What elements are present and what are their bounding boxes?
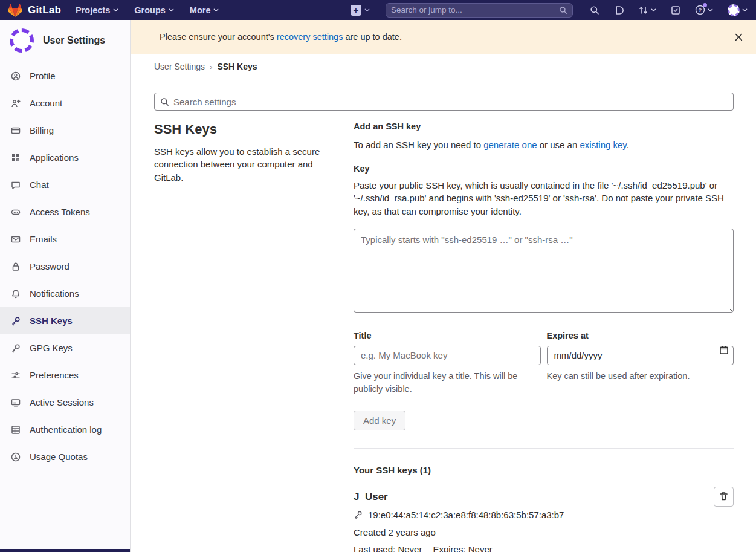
settings-sidebar: User Settings Profile Account Billing Ap… <box>0 20 131 552</box>
sidebar-item-account[interactable]: Account <box>0 89 130 117</box>
profile-icon <box>11 71 21 81</box>
merge-requests-dropdown[interactable] <box>638 5 656 15</box>
nav-more[interactable]: More <box>190 5 219 15</box>
calendar-icon[interactable] <box>720 346 728 354</box>
add-key-button[interactable]: Add key <box>354 411 405 430</box>
alert-dismiss-button[interactable] <box>732 31 745 44</box>
help-dropdown[interactable]: ? <box>695 5 713 15</box>
todos-button[interactable] <box>671 5 680 15</box>
sidebar-item-notifications[interactable]: Notifications <box>0 280 130 307</box>
billing-icon <box>11 126 21 135</box>
access-tokens-icon <box>11 207 21 217</box>
sidebar-item-active-sessions[interactable]: Active Sessions <box>0 389 130 416</box>
search-button[interactable] <box>590 5 599 15</box>
chevron-down-icon <box>364 7 370 13</box>
chevron-down-icon <box>213 7 219 13</box>
trash-icon <box>719 492 728 501</box>
ssh-key-fingerprint: 19:e0:44:a5:14:c2:3a:e8:f8:48:8b:63:5b:5… <box>368 510 564 520</box>
search-icon <box>559 6 567 15</box>
sidebar-item-billing[interactable]: Billing <box>0 117 130 144</box>
plus-icon: + <box>351 5 361 16</box>
sidebar-item-chat[interactable]: Chat <box>0 171 130 198</box>
chevron-down-icon <box>742 7 748 13</box>
ssh-key-expires: Expires: Never <box>433 544 492 552</box>
expires-help-text: Key can still be used after expiration. <box>547 370 734 383</box>
sidebar-item-ssh-keys[interactable]: SSH Keys <box>0 307 130 334</box>
merge-request-icon <box>638 5 648 15</box>
settings-search-box[interactable] <box>154 93 734 111</box>
authentication-log-icon <box>11 425 21 435</box>
expires-at-label: Expires at <box>547 331 734 340</box>
your-ssh-keys-heading: Your SSH keys (1) <box>354 465 734 475</box>
breadcrumb-user-settings[interactable]: User Settings <box>154 62 205 71</box>
usage-quotas-icon <box>11 452 21 462</box>
sidebar-item-label: Authentication log <box>30 424 102 435</box>
title-input[interactable] <box>354 346 541 365</box>
intro-text: . <box>627 140 629 150</box>
key-label: Key <box>354 164 734 174</box>
delete-key-button[interactable] <box>714 487 734 507</box>
breadcrumb-separator: › <box>210 62 212 71</box>
ssh-key-textarea[interactable] <box>354 229 734 313</box>
sidebar-item-label: GPG Keys <box>30 343 73 353</box>
sidebar-title: User Settings <box>43 35 105 46</box>
sidebar-item-label: SSH Keys <box>30 316 73 326</box>
sidebar-item-usage-quotas[interactable]: Usage Quotas <box>0 443 130 470</box>
issues-button[interactable] <box>614 5 624 15</box>
emails-icon <box>11 235 21 244</box>
sidebar-item-gpg-keys[interactable]: GPG Keys <box>0 334 130 362</box>
sidebar-item-access-tokens[interactable]: Access Tokens <box>0 198 130 226</box>
sidebar-item-label: Billing <box>30 125 54 135</box>
sidebar-header: User Settings <box>0 20 130 62</box>
global-search-box[interactable] <box>386 3 573 18</box>
sidebar-item-label: Password <box>30 261 69 271</box>
sidebar-item-password[interactable]: Password <box>0 253 130 280</box>
sidebar-item-emails[interactable]: Emails <box>0 226 130 253</box>
title-help-text: Give your individual key a title. This w… <box>354 370 541 395</box>
sidebar-item-label: Chat <box>30 180 49 190</box>
add-key-intro: To add an SSH key you need to generate o… <box>354 140 734 150</box>
intro-text: or use an <box>537 140 580 150</box>
sidebar-item-applications[interactable]: Applications <box>0 144 130 171</box>
nav-groups-label: Groups <box>134 5 166 15</box>
applications-icon <box>11 153 21 163</box>
ssh-key-form-column: Add an SSH key To add an SSH key you nee… <box>354 122 734 552</box>
settings-search-input[interactable] <box>173 97 728 107</box>
global-search-input[interactable] <box>391 5 559 15</box>
main-content: Please ensure your account's recovery se… <box>131 20 756 552</box>
sidebar-item-preferences[interactable]: Preferences <box>0 362 130 389</box>
avatar <box>10 28 34 53</box>
sidebar-item-label: Preferences <box>30 370 79 380</box>
nav-projects[interactable]: Projects <box>76 5 118 15</box>
nav-projects-label: Projects <box>76 5 110 15</box>
chevron-down-icon <box>169 7 174 13</box>
sidebar-item-label: Notifications <box>30 288 79 299</box>
chevron-down-icon <box>113 7 118 13</box>
account-icon <box>11 99 21 108</box>
brand-name: GitLab <box>28 4 61 16</box>
sidebar-item-label: Access Tokens <box>30 207 90 217</box>
active-sessions-icon <box>11 398 21 408</box>
avatar <box>728 4 740 16</box>
todo-icon <box>671 5 680 15</box>
expires-at-input[interactable] <box>547 346 734 365</box>
sidebar-item-profile[interactable]: Profile <box>0 62 130 89</box>
search-icon <box>160 97 169 106</box>
alert-text: are up to date. <box>343 32 402 42</box>
nav-groups[interactable]: Groups <box>134 5 174 15</box>
chevron-down-icon <box>708 7 713 13</box>
recovery-settings-link[interactable]: recovery settings <box>277 32 343 42</box>
sidebar-item-authentication-log[interactable]: Authentication log <box>0 416 130 443</box>
user-menu-dropdown[interactable] <box>728 4 748 16</box>
ssh-key-title[interactable]: J_User <box>354 491 697 503</box>
search-icon <box>590 5 599 15</box>
section-intro: SSH Keys SSH keys allow you to establish… <box>154 122 329 552</box>
chat-icon <box>11 180 21 190</box>
generate-one-link[interactable]: generate one <box>483 140 537 150</box>
add-ssh-key-heading: Add an SSH key <box>354 122 734 131</box>
new-item-dropdown[interactable]: + <box>351 5 370 16</box>
sidebar-bottom-strip <box>0 549 130 552</box>
title-label: Title <box>354 331 541 340</box>
gitlab-home-link[interactable]: GitLab <box>7 3 61 18</box>
existing-key-link[interactable]: existing key <box>580 140 626 150</box>
